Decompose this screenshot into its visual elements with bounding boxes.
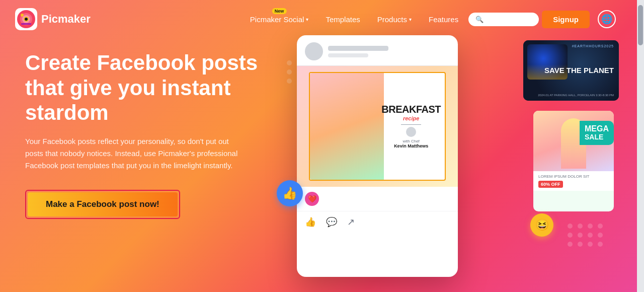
- fb-share-icon[interactable]: ↗: [347, 216, 355, 228]
- fb-post-image: BREAKFAST recipe with Chef Kevin Matthew…: [297, 66, 458, 187]
- chevron-down-icon-products: ▾: [409, 17, 412, 22]
- svg-rect-5: [21, 23, 31, 25]
- decorative-dots-bottom: [568, 224, 604, 247]
- fb-name-lines: [328, 46, 450, 57]
- sale-text: SALE: [585, 133, 609, 141]
- breakfast-chef-info: with Chef Kevin Matthews: [381, 139, 441, 149]
- nav-label-picmaker-social: Picmaker Social: [250, 15, 304, 24]
- brand-name: Picmaker: [41, 13, 91, 26]
- search-input[interactable]: 🔍: [468, 13, 539, 26]
- thumbs-up-float: 👍: [277, 180, 303, 206]
- mega-sale-badge: MEGA SALE: [580, 121, 614, 145]
- lorem-text: LOREM IPSUM DOLOR SIT: [538, 174, 609, 179]
- nav-item-templates[interactable]: Templates: [318, 11, 367, 28]
- mega-sale-card: MEGA SALE LOREM IPSUM DOLOR SIT 60% OFF: [533, 111, 614, 211]
- discount-badge: 60% OFF: [538, 181, 563, 188]
- breakfast-divider: [401, 124, 421, 125]
- breakfast-recipe-label: recipe: [381, 115, 441, 121]
- chevron-down-icon: ▾: [306, 17, 308, 22]
- hero-title: Create Facebook posts that give you inst…: [25, 50, 267, 125]
- fb-date-line: [328, 53, 368, 57]
- nav-label-products: Products: [377, 15, 407, 24]
- hero-left: Create Facebook posts that give you inst…: [25, 45, 267, 267]
- laugh-icon: 😆: [535, 218, 549, 232]
- cta-button-wrapper: Make a Facebook post now!: [25, 190, 180, 219]
- svg-point-6: [21, 14, 24, 17]
- fb-comment-icon[interactable]: 💬: [326, 216, 337, 228]
- breakfast-bg: [310, 73, 384, 180]
- svg-point-4: [25, 18, 28, 21]
- globe-icon: 🌐: [601, 14, 612, 25]
- search-icon: 🔍: [475, 16, 484, 23]
- heart-reaction-icon: ❤️: [305, 192, 319, 206]
- chef-name: Kevin Matthews: [381, 143, 441, 149]
- heart-icon: ❤️: [308, 195, 316, 203]
- save-planet-title: SAVE THE PLANET: [544, 66, 614, 75]
- sale-details: LOREM IPSUM DOLOR SIT 60% OFF: [533, 171, 614, 191]
- hero-mockup: 👍 😆 BREAKFAST recipe: [267, 45, 619, 267]
- navbar: Picmaker New Picmaker Social ▾ Templates…: [0, 0, 644, 30]
- laugh-emoji-float: 😆: [530, 213, 553, 237]
- fb-name-line: [328, 46, 388, 51]
- main-content: Create Facebook posts that give you inst…: [0, 30, 644, 267]
- hero-subtitle: Your Facebook posts reflect your persona…: [25, 135, 247, 172]
- nav-item-products[interactable]: Products ▾: [370, 11, 419, 28]
- save-planet-card: #EARTHHOURS2025 SAVE THE PLANET 2024.01 …: [523, 40, 619, 101]
- fb-action-bar: 👍 💬 ↗: [297, 211, 458, 233]
- logo-icon: [15, 8, 37, 30]
- fb-header: [297, 35, 458, 66]
- mega-text: MEGA: [585, 125, 609, 133]
- thumbs-up-icon: 👍: [282, 186, 297, 200]
- nav-label-features: Features: [429, 15, 458, 24]
- mega-sale-person-area: MEGA SALE: [533, 111, 614, 171]
- language-globe-button[interactable]: 🌐: [598, 10, 616, 28]
- fb-reactions-bar: ❤️: [297, 187, 458, 211]
- nav-item-features[interactable]: Features: [422, 11, 465, 28]
- facebook-post-mockup: BREAKFAST recipe with Chef Kevin Matthew…: [297, 35, 458, 277]
- nav-label-templates: Templates: [326, 15, 360, 24]
- breakfast-text-area: BREAKFAST recipe with Chef Kevin Matthew…: [381, 104, 441, 149]
- nav-item-picmaker-social[interactable]: New Picmaker Social ▾: [243, 11, 316, 28]
- signup-button[interactable]: Signup: [542, 11, 590, 28]
- logo[interactable]: Picmaker: [15, 8, 91, 30]
- save-planet-tag: #EARTHHOURS2025: [572, 44, 614, 48]
- new-badge: New: [272, 8, 287, 14]
- breakfast-recipe-card: BREAKFAST recipe with Chef Kevin Matthew…: [309, 72, 446, 181]
- breakfast-title: BREAKFAST: [381, 104, 441, 114]
- chef-label: with Chef: [403, 139, 419, 143]
- chef-avatar: [406, 127, 416, 137]
- cta-button[interactable]: Make a Facebook post now!: [28, 192, 178, 216]
- nav-links: New Picmaker Social ▾ Templates Products…: [243, 10, 616, 28]
- save-planet-date: 2024.01 AT PARKING HALL, PORCELAIN 3:30-…: [538, 94, 614, 97]
- fb-like-icon[interactable]: 👍: [305, 216, 316, 228]
- fb-profile-avatar: [305, 42, 323, 60]
